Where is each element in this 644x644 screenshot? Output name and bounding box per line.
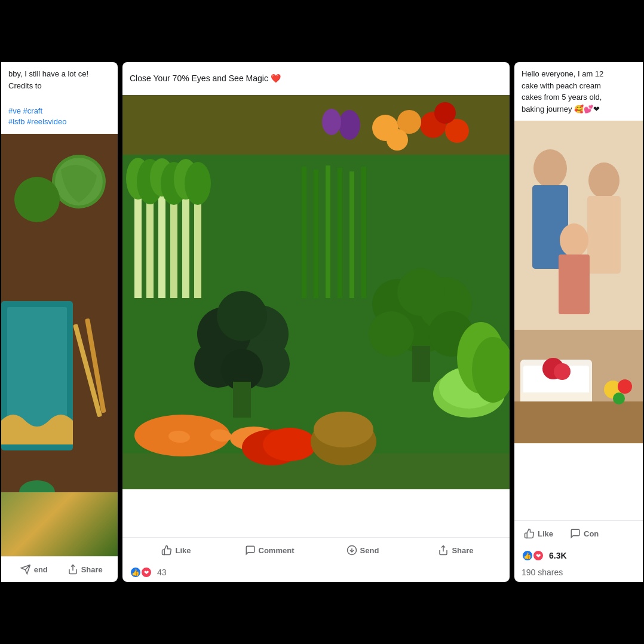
like-icon-center — [161, 545, 172, 556]
post-card-center: Close Your 70% Eyes and See Magic ❤️ — [122, 62, 510, 582]
reactions-row-center: 👍 ❤ 43 — [122, 563, 510, 582]
reaction-icons-right: 👍 ❤ — [522, 550, 543, 562]
svg-rect-75 — [559, 254, 590, 314]
comment-button-right[interactable]: Con — [568, 525, 601, 542]
svg-point-31 — [185, 162, 211, 205]
svg-rect-73 — [587, 196, 621, 274]
action-bar-center: Like Comment Send — [122, 537, 510, 563]
svg-point-51 — [369, 311, 414, 357]
like-bubble-right: 👍 — [522, 550, 533, 562]
comment-icon-center — [245, 545, 256, 556]
send-icon-center — [346, 545, 357, 556]
svg-rect-34 — [326, 165, 330, 298]
shares-label-right: 190 shares — [522, 568, 563, 577]
share-label-center: Share — [452, 546, 473, 555]
svg-point-62 — [263, 428, 317, 461]
send-button-left[interactable]: end — [8, 560, 60, 578]
svg-point-18 — [322, 109, 341, 135]
send-label-left: end — [34, 565, 48, 574]
heart-bubble-center: ❤ — [140, 566, 152, 578]
svg-point-41 — [217, 291, 267, 341]
svg-rect-32 — [302, 167, 306, 298]
post-title-center: Close Your 70% Eyes and See Magic ❤️ — [130, 73, 281, 85]
post-hashtags-left: #ve #craft #lsfb #reelsvideo — [8, 106, 67, 126]
post-header-left: bby, I still have a lot ce! Credits to #… — [1, 62, 118, 134]
svg-point-13 — [434, 102, 456, 124]
like-button-right[interactable]: Like — [522, 525, 556, 542]
comment-label-center: Comment — [259, 546, 295, 555]
share-button-center[interactable]: Share — [409, 541, 502, 559]
svg-rect-33 — [314, 170, 318, 298]
svg-rect-36 — [349, 171, 354, 298]
action-bar-right: Like Con — [514, 520, 643, 546]
post-card-left: bby, I still have a lot ce! Credits to #… — [1, 62, 118, 582]
svg-rect-22 — [158, 182, 165, 298]
share-label-left: Share — [81, 565, 103, 574]
post-text-left: bby, I still have a lot ce! Credits to — [8, 69, 88, 90]
reaction-count-right: 6.3K — [549, 551, 567, 560]
share-icon-left — [68, 564, 78, 575]
like-label-center: Like — [175, 546, 191, 555]
like-label-right: Like — [538, 529, 553, 538]
send-button-center[interactable]: Send — [316, 541, 409, 559]
send-icon-left — [20, 564, 31, 575]
svg-rect-81 — [514, 401, 643, 443]
reaction-icons-center: 👍 ❤ — [130, 566, 151, 578]
svg-point-17 — [339, 110, 360, 140]
svg-point-64 — [314, 412, 373, 447]
reaction-count-center: 43 — [157, 568, 167, 577]
svg-point-49 — [397, 268, 445, 316]
post-text-right: Hello everyone, I am 12 cake with peach … — [522, 69, 603, 114]
feed-container: bby, I still have a lot ce! Credits to #… — [0, 62, 644, 582]
post-image-left — [1, 134, 118, 556]
svg-point-84 — [613, 392, 625, 404]
send-label-center: Send — [360, 546, 379, 555]
post-header-right: Hello everyone, I am 12 cake with peach … — [514, 62, 643, 121]
post-header-center: Close Your 70% Eyes and See Magic ❤️ — [122, 62, 510, 95]
shares-row-right: 190 shares — [514, 565, 643, 582]
comment-label-right: Con — [584, 529, 599, 538]
share-button-left[interactable]: Share — [60, 560, 111, 578]
comment-icon-right — [570, 528, 581, 539]
like-bubble-center: 👍 — [130, 566, 142, 578]
svg-rect-45 — [233, 382, 251, 418]
svg-rect-35 — [338, 168, 342, 298]
svg-rect-52 — [412, 346, 430, 382]
svg-point-16 — [387, 129, 408, 151]
reactions-row-right: 👍 ❤ 6.3K — [514, 546, 643, 565]
svg-point-72 — [588, 162, 620, 198]
svg-point-70 — [533, 149, 567, 188]
svg-point-3 — [14, 177, 60, 222]
comment-button-center[interactable]: Comment — [223, 541, 316, 559]
svg-point-74 — [560, 223, 588, 257]
heart-bubble-right: ❤ — [532, 550, 544, 562]
svg-rect-37 — [361, 167, 366, 298]
like-icon-right — [524, 528, 535, 539]
svg-rect-24 — [182, 183, 189, 298]
post-image-right — [514, 121, 643, 520]
like-button-center[interactable]: Like — [130, 541, 223, 559]
post-image-center — [122, 95, 510, 537]
action-bar-left: end Share — [1, 556, 118, 582]
svg-point-83 — [618, 379, 632, 394]
svg-point-79 — [554, 363, 571, 380]
share-icon-center — [438, 545, 449, 556]
post-card-right: Hello everyone, I am 12 cake with peach … — [514, 62, 643, 582]
